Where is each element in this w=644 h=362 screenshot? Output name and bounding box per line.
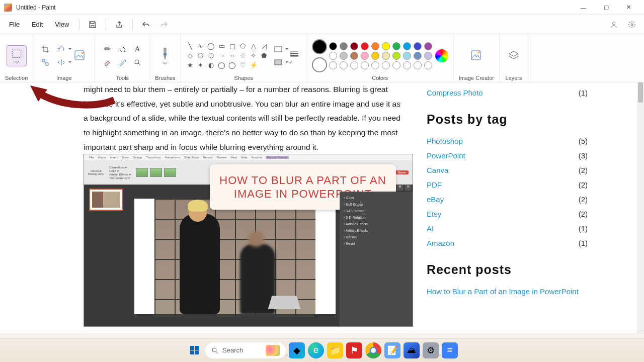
color-swatch[interactable] xyxy=(414,61,422,69)
maximize-button[interactable]: ▢ xyxy=(595,0,617,15)
taskbar-search[interactable]: Search xyxy=(205,342,286,358)
shape-fill-icon[interactable] xyxy=(271,56,285,68)
crop-icon[interactable] xyxy=(38,43,52,55)
resize-icon[interactable] xyxy=(38,56,52,68)
group-label-image-creator: Image Creator xyxy=(459,74,494,81)
minimize-button[interactable]: — xyxy=(572,0,595,15)
image-creator-button[interactable] xyxy=(467,47,486,64)
color-swatch[interactable] xyxy=(392,61,400,69)
redo-icon[interactable] xyxy=(156,17,172,33)
color-swatch[interactable] xyxy=(414,52,422,60)
color-swatch[interactable] xyxy=(403,61,411,69)
tag-link[interactable]: Photoshop xyxy=(427,137,463,145)
close-button[interactable]: ✕ xyxy=(617,0,640,15)
edit-colors-icon[interactable] xyxy=(435,49,448,62)
color-background[interactable] xyxy=(312,57,327,72)
color-swatch[interactable] xyxy=(329,61,337,69)
color-swatch[interactable] xyxy=(361,52,369,60)
recent-post-link[interactable]: How to Blur a Part of an Image in PowerP… xyxy=(427,287,579,296)
taskbar-chrome-icon[interactable] xyxy=(365,342,381,358)
magnifier-icon[interactable] xyxy=(130,56,144,68)
color-swatch[interactable] xyxy=(424,52,432,60)
svg-point-5 xyxy=(124,50,126,52)
rotate-icon[interactable] xyxy=(54,43,68,55)
taskbar-docs-icon[interactable]: ≡ xyxy=(442,342,458,358)
text-icon[interactable]: A xyxy=(130,43,144,55)
color-swatch[interactable] xyxy=(340,52,348,60)
color-swatch[interactable] xyxy=(340,61,348,69)
tag-link[interactable]: AI xyxy=(427,224,434,233)
save-icon[interactable] xyxy=(85,17,101,33)
color-swatch[interactable] xyxy=(329,42,337,50)
tag-link[interactable]: eBay xyxy=(427,195,444,204)
selection-tool[interactable] xyxy=(7,45,27,66)
layers-button[interactable] xyxy=(505,48,523,64)
color-swatch[interactable] xyxy=(403,52,411,60)
color-swatch[interactable] xyxy=(371,52,379,60)
tag-link[interactable]: Etsy xyxy=(427,210,441,218)
color-swatch[interactable] xyxy=(371,42,379,50)
color-swatch[interactable] xyxy=(424,61,432,69)
tag-count: (1) xyxy=(579,224,588,233)
menu-file[interactable]: File xyxy=(4,18,25,31)
color-swatch[interactable] xyxy=(392,52,400,60)
taskbar-notepad-icon[interactable]: 📝 xyxy=(384,342,400,358)
color-swatch[interactable] xyxy=(329,52,337,60)
share-icon[interactable] xyxy=(111,17,127,33)
color-swatch[interactable] xyxy=(361,42,369,50)
color-swatch[interactable] xyxy=(361,61,369,69)
user-icon[interactable] xyxy=(606,17,622,33)
tag-link[interactable]: PDF xyxy=(427,180,442,189)
title-bar: Untitled - Paint — ▢ ✕ xyxy=(0,0,644,15)
tag-link[interactable]: Canva xyxy=(427,166,448,174)
color-swatch[interactable] xyxy=(392,42,400,50)
settings-icon[interactable] xyxy=(624,17,640,33)
fill-icon[interactable] xyxy=(115,43,129,55)
image-ai-icon[interactable] xyxy=(70,47,90,64)
start-button[interactable] xyxy=(186,342,202,358)
menu-view[interactable]: View xyxy=(50,18,74,31)
tag-row: PowerPoint(3) xyxy=(427,148,588,163)
tag-link[interactable]: PowerPoint xyxy=(427,151,465,160)
color-foreground[interactable] xyxy=(312,39,327,54)
taskbar-explorer-icon[interactable]: 📁 xyxy=(327,342,343,358)
taskbar-app-red-icon[interactable]: ⚑ xyxy=(346,342,362,358)
shapes-gallery[interactable]: ╲∿◯▭▢⬠△◿ ◇⬠⬡→↔☆✧⬟ ★✦◐◯◯♡⚡ xyxy=(186,42,269,69)
taskbar-photos-icon[interactable]: ⛰ xyxy=(404,342,420,358)
eyedropper-icon[interactable] xyxy=(115,56,129,68)
color-swatch[interactable] xyxy=(350,61,358,69)
eraser-icon[interactable] xyxy=(100,56,114,68)
color-swatch[interactable] xyxy=(350,52,358,60)
taskbar-copilot-icon[interactable]: ◆ xyxy=(289,342,305,358)
line-weight-icon[interactable] xyxy=(287,48,301,60)
svg-point-11 xyxy=(212,348,216,352)
color-swatch[interactable] xyxy=(382,61,390,69)
menu-edit[interactable]: Edit xyxy=(27,18,48,31)
color-swatch[interactable] xyxy=(350,42,358,50)
sidebar-heading-tags: Posts by tag xyxy=(427,112,588,127)
brush-tool[interactable] xyxy=(156,45,174,67)
canvas-area[interactable]: might need to blur them – entirely or pa… xyxy=(0,82,644,333)
undo-icon[interactable] xyxy=(138,17,154,33)
divider xyxy=(106,19,106,30)
color-row-2[interactable] xyxy=(329,52,433,60)
color-row-3[interactable] xyxy=(329,61,433,69)
color-swatch[interactable] xyxy=(371,61,379,69)
sidebar-heading-recent: Recent posts xyxy=(427,262,588,277)
flip-icon[interactable] xyxy=(54,56,68,68)
group-label-image: Image xyxy=(56,74,72,81)
color-swatch[interactable] xyxy=(382,42,390,50)
vertical-scrollbar[interactable] xyxy=(637,82,644,333)
tag-link[interactable]: Amazon xyxy=(427,239,454,247)
color-swatch[interactable] xyxy=(403,42,411,50)
pencil-icon[interactable]: ✏ xyxy=(100,43,114,55)
color-swatch[interactable] xyxy=(424,42,432,50)
color-swatch[interactable] xyxy=(382,52,390,60)
color-row-1[interactable] xyxy=(329,42,433,50)
color-swatch[interactable] xyxy=(414,42,422,50)
taskbar-edge-icon[interactable]: e xyxy=(308,342,324,358)
taskbar-settings-icon[interactable]: ⚙ xyxy=(423,342,439,358)
shape-outline-icon[interactable] xyxy=(271,43,285,55)
sidebar-link-compress[interactable]: Compress Photo xyxy=(427,88,483,97)
color-swatch[interactable] xyxy=(340,42,348,50)
